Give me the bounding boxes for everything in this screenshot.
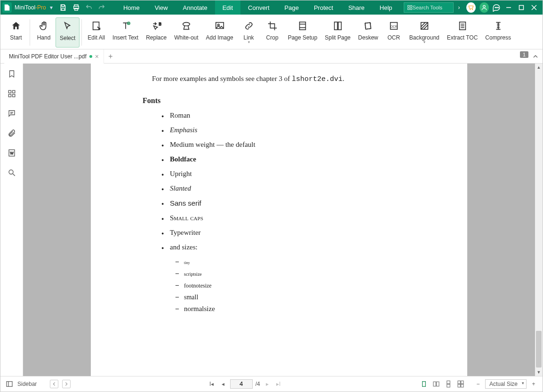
undo-button[interactable] (82, 0, 95, 15)
svg-rect-4 (410, 6, 412, 8)
minimize-button[interactable] (502, 0, 515, 15)
svg-rect-35 (8, 90, 11, 93)
list-item: Roman (161, 112, 411, 120)
close-tab-button[interactable]: × (95, 53, 99, 60)
svg-rect-54 (458, 384, 460, 387)
menu-help[interactable]: Help (372, 0, 400, 15)
search-go[interactable]: › (454, 0, 465, 15)
tool-background[interactable]: Background▾ (406, 17, 443, 48)
page-input[interactable] (230, 379, 253, 389)
tool-start[interactable]: Start (4, 17, 28, 48)
svg-point-10 (498, 7, 499, 8)
continuous-view-button[interactable] (444, 379, 453, 389)
scroll-track[interactable] (535, 71, 543, 368)
continuous-facing-view-button[interactable] (456, 379, 465, 389)
svg-rect-15 (93, 22, 99, 30)
list-item: Slanted (161, 184, 411, 192)
tool-deskew[interactable]: Deskew (354, 17, 382, 48)
prev-page-button[interactable]: ◂ (219, 380, 227, 388)
tool-edit-all[interactable]: Edit All (84, 17, 109, 48)
next-page-button[interactable]: ▸ (263, 380, 272, 388)
menu-protect[interactable]: Protect (306, 0, 341, 15)
tab-title: MiniTool PDF Editor User ...pdf (9, 53, 87, 60)
zoom-select[interactable]: Actual Size (485, 379, 527, 389)
svg-line-44 (13, 174, 15, 176)
svg-point-16 (127, 22, 130, 25)
vertical-scrollbar[interactable]: ▲ ▼ (535, 64, 543, 376)
document-tab[interactable]: MiniTool PDF Editor User ...pdf × (4, 49, 104, 64)
svg-rect-51 (447, 384, 450, 387)
svg-point-7 (483, 5, 486, 8)
search-tools-box[interactable] (404, 2, 454, 13)
svg-rect-30 (421, 23, 428, 30)
menu-annotate[interactable]: Annotate (176, 0, 215, 15)
menu-view[interactable]: View (147, 0, 176, 15)
list-item: normalsize (176, 305, 411, 313)
nav-forward-button[interactable] (62, 380, 71, 388)
tool-insert-text[interactable]: Insert Text (109, 17, 142, 48)
scroll-thumb[interactable] (536, 331, 542, 368)
menu-edit[interactable]: Edit (215, 0, 240, 15)
size-list: tinyscriptsizefootnotesizesmallnormalsiz… (143, 258, 411, 313)
tool-replace[interactable]: BReplace (142, 17, 170, 48)
close-window-button[interactable] (528, 0, 541, 15)
tool-add-image[interactable]: Add Image (202, 17, 237, 48)
main-menu: HomeViewAnnotateEditConvertPageProtectSh… (116, 0, 400, 15)
print-button[interactable] (70, 0, 82, 15)
tool-split-page[interactable]: Split Page (321, 17, 354, 48)
feedback-button[interactable] (491, 0, 502, 15)
tool-crop[interactable]: Crop (261, 17, 284, 48)
tool-link[interactable]: Link▾ (237, 17, 261, 48)
svg-point-43 (9, 170, 13, 174)
menu-share[interactable]: Share (341, 0, 372, 15)
brand-dropdown[interactable]: ▾ (49, 2, 54, 13)
cart-button[interactable] (466, 2, 476, 13)
tool-select[interactable]: Select (56, 17, 80, 48)
search-panel-button[interactable] (6, 167, 17, 178)
document-viewport[interactable]: For more examples and symbols see chapte… (23, 64, 535, 376)
tool-white-out[interactable]: White-out (170, 17, 202, 48)
thumbnails-panel-button[interactable] (6, 88, 17, 99)
single-page-view-button[interactable] (419, 379, 429, 389)
search-tools-input[interactable] (413, 5, 450, 10)
zoom-in-button[interactable]: + (529, 380, 538, 388)
svg-rect-21 (300, 22, 306, 30)
toggle-sidebar-button[interactable] (5, 380, 14, 388)
svg-rect-5 (407, 8, 409, 10)
svg-point-9 (496, 7, 497, 8)
comments-panel-button[interactable] (6, 108, 17, 119)
svg-rect-31 (459, 22, 465, 30)
facing-view-button[interactable] (431, 379, 441, 389)
attachments-panel-button[interactable] (6, 128, 17, 139)
redo-button[interactable] (96, 0, 108, 15)
first-page-button[interactable]: I◂ (208, 380, 216, 388)
app-title: MiniTool-Pro (15, 4, 46, 11)
svg-point-18 (183, 23, 190, 26)
list-item: Boldface (161, 155, 411, 163)
save-button[interactable] (57, 0, 70, 15)
zoom-out-button[interactable]: − (474, 380, 482, 388)
word-panel-button[interactable]: W (6, 147, 17, 159)
collapse-ribbon-button[interactable] (531, 52, 540, 61)
svg-line-13 (532, 5, 536, 10)
menu-convert[interactable]: Convert (240, 0, 277, 15)
tool-compress[interactable]: Compress (481, 17, 515, 48)
nav-back-button[interactable] (50, 380, 58, 388)
font-list: RomanEmphasisMedium weight — the default… (143, 112, 411, 251)
account-button[interactable] (479, 2, 489, 13)
tool-page-setup[interactable]: Page Setup (284, 17, 321, 48)
menu-page[interactable]: Page (277, 0, 306, 15)
scroll-up-button[interactable]: ▲ (535, 64, 543, 71)
tool-hand[interactable]: Hand (32, 17, 56, 48)
menu-home[interactable]: Home (116, 0, 147, 15)
bookmarks-panel-button[interactable] (6, 68, 17, 80)
last-page-button[interactable]: ▸I (274, 380, 283, 388)
new-tab-button[interactable]: + (104, 52, 117, 61)
pdf-page: For more examples and symbols see chapte… (91, 64, 467, 376)
tool-ocr[interactable]: OCROCR (382, 17, 406, 48)
svg-rect-3 (407, 6, 409, 8)
tool-extract-toc[interactable]: Extract TOC (443, 17, 482, 48)
maximize-button[interactable] (515, 0, 527, 15)
scroll-down-button[interactable]: ▼ (535, 368, 543, 376)
svg-line-14 (532, 5, 536, 10)
